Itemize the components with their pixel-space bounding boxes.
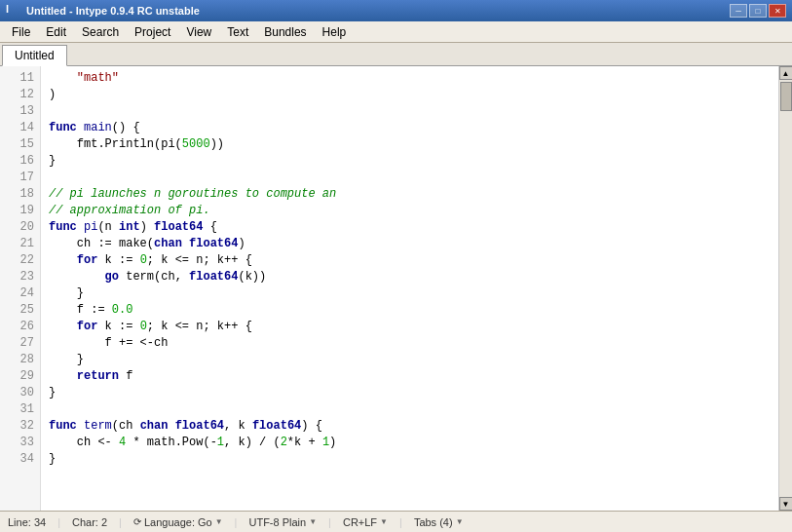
status-encoding-text: UTF-8 Plain bbox=[248, 516, 306, 528]
status-language-icon: ⟳ bbox=[133, 516, 141, 527]
code-editor[interactable]: "math" ) func main() { fmt.Println(pi(50… bbox=[41, 66, 778, 511]
code-line-12: ) bbox=[49, 87, 771, 103]
menu-file[interactable]: File bbox=[4, 23, 38, 41]
code-line-11: "math" bbox=[49, 70, 771, 87]
status-line-ending[interactable]: CR+LF ▼ bbox=[343, 516, 388, 528]
menu-text[interactable]: Text bbox=[219, 23, 256, 41]
tab-bar: Untitled bbox=[0, 43, 792, 66]
code-line-19: // approximation of pi. bbox=[49, 203, 771, 219]
close-button[interactable]: ✕ bbox=[769, 4, 786, 18]
line-num-19: 19 bbox=[0, 203, 40, 219]
status-sep5: | bbox=[399, 516, 402, 528]
line-num-14: 14 bbox=[0, 120, 40, 136]
line-num-12: 12 bbox=[0, 87, 40, 103]
scroll-up-button[interactable]: ▲ bbox=[779, 66, 793, 80]
minimize-button[interactable]: ─ bbox=[730, 4, 747, 18]
code-line-34: } bbox=[49, 451, 771, 468]
title-bar-left: I Untitled - Intype 0.9.4 RC unstable bbox=[6, 3, 200, 19]
scroll-down-button[interactable]: ▼ bbox=[779, 497, 793, 511]
code-line-18: // pi launches n goroutines to compute a… bbox=[49, 186, 771, 203]
line-num-28: 28 bbox=[0, 352, 40, 368]
language-dropdown-arrow: ▼ bbox=[215, 517, 223, 526]
status-line: Line: 34 bbox=[8, 516, 46, 528]
code-line-21: ch := make(chan float64) bbox=[49, 236, 771, 252]
menu-view[interactable]: View bbox=[178, 23, 219, 41]
code-line-32: func term(ch chan float64, k float64) { bbox=[49, 418, 771, 435]
line-num-23: 23 bbox=[0, 269, 40, 285]
menu-bar: File Edit Search Project View Text Bundl… bbox=[0, 21, 792, 43]
line-num-26: 26 bbox=[0, 319, 40, 335]
code-line-13 bbox=[49, 103, 771, 120]
status-sep4: | bbox=[328, 516, 331, 528]
editor-container: 11 12 13 14 15 16 17 18 19 20 21 22 23 2… bbox=[0, 66, 792, 511]
status-indent[interactable]: Tabs (4) ▼ bbox=[414, 516, 464, 528]
status-sep3: | bbox=[235, 516, 238, 528]
code-line-22: for k := 0; k <= n; k++ { bbox=[49, 252, 771, 269]
menu-search[interactable]: Search bbox=[74, 23, 127, 41]
status-line-text: Line: 34 bbox=[8, 516, 46, 528]
code-line-33: ch <- 4 * math.Pow(-1, k) / (2*k + 1) bbox=[49, 435, 771, 451]
line-num-29: 29 bbox=[0, 368, 40, 385]
line-num-11: 11 bbox=[0, 70, 40, 87]
line-ending-dropdown-arrow: ▼ bbox=[380, 517, 388, 526]
app-icon: I bbox=[6, 3, 21, 19]
code-line-20: func pi(n int) float64 { bbox=[49, 219, 771, 236]
line-num-21: 21 bbox=[0, 236, 40, 252]
status-sep2: | bbox=[119, 516, 122, 528]
vertical-scrollbar[interactable]: ▲ ▼ bbox=[778, 66, 792, 511]
code-line-16: } bbox=[49, 153, 771, 170]
menu-project[interactable]: Project bbox=[127, 23, 178, 41]
line-num-33: 33 bbox=[0, 435, 40, 451]
title-bar: I Untitled - Intype 0.9.4 RC unstable ─ … bbox=[0, 0, 792, 21]
indent-dropdown-arrow: ▼ bbox=[456, 517, 464, 526]
code-line-30: } bbox=[49, 385, 771, 401]
encoding-dropdown-arrow: ▼ bbox=[309, 517, 317, 526]
line-num-13: 13 bbox=[0, 103, 40, 120]
line-num-20: 20 bbox=[0, 219, 40, 236]
line-num-18: 18 bbox=[0, 186, 40, 203]
line-num-24: 24 bbox=[0, 285, 40, 302]
line-num-27: 27 bbox=[0, 335, 40, 352]
status-language-text: Language: Go bbox=[144, 516, 212, 528]
code-line-26: for k := 0; k <= n; k++ { bbox=[49, 319, 771, 335]
code-line-15: fmt.Println(pi(5000)) bbox=[49, 136, 771, 153]
status-char-text: Char: 2 bbox=[72, 516, 107, 528]
line-num-15: 15 bbox=[0, 136, 40, 153]
line-num-32: 32 bbox=[0, 418, 40, 435]
code-line-28: } bbox=[49, 352, 771, 368]
line-num-30: 30 bbox=[0, 385, 40, 401]
status-char: Char: 2 bbox=[72, 516, 107, 528]
line-num-31: 31 bbox=[0, 401, 40, 418]
menu-help[interactable]: Help bbox=[315, 23, 355, 41]
menu-edit[interactable]: Edit bbox=[38, 23, 74, 41]
line-num-16: 16 bbox=[0, 153, 40, 170]
tab-untitled[interactable]: Untitled bbox=[2, 45, 67, 66]
status-line-ending-text: CR+LF bbox=[343, 516, 377, 528]
maximize-button[interactable]: □ bbox=[749, 4, 767, 18]
code-line-14: func main() { bbox=[49, 120, 771, 136]
status-bar: Line: 34 | Char: 2 | ⟳ Language: Go ▼ | … bbox=[0, 511, 792, 532]
code-line-31 bbox=[49, 401, 771, 418]
line-num-17: 17 bbox=[0, 170, 40, 186]
status-indent-text: Tabs (4) bbox=[414, 516, 453, 528]
code-line-17 bbox=[49, 170, 771, 186]
line-num-34: 34 bbox=[0, 451, 40, 468]
code-line-24: } bbox=[49, 285, 771, 302]
window-controls[interactable]: ─ □ ✕ bbox=[730, 4, 786, 18]
status-sep1: | bbox=[57, 516, 60, 528]
code-line-23: go term(ch, float64(k)) bbox=[49, 269, 771, 285]
code-line-25: f := 0.0 bbox=[49, 302, 771, 319]
scroll-thumb[interactable] bbox=[780, 82, 792, 111]
window-title: Untitled - Intype 0.9.4 RC unstable bbox=[26, 5, 200, 17]
code-line-29: return f bbox=[49, 368, 771, 385]
line-num-22: 22 bbox=[0, 252, 40, 269]
line-numbers: 11 12 13 14 15 16 17 18 19 20 21 22 23 2… bbox=[0, 66, 41, 511]
status-language[interactable]: ⟳ Language: Go ▼ bbox=[133, 516, 223, 528]
status-encoding[interactable]: UTF-8 Plain ▼ bbox=[248, 516, 317, 528]
code-line-27: f += <-ch bbox=[49, 335, 771, 352]
scroll-track[interactable] bbox=[779, 80, 793, 497]
line-num-25: 25 bbox=[0, 302, 40, 319]
menu-bundles[interactable]: Bundles bbox=[256, 23, 314, 41]
